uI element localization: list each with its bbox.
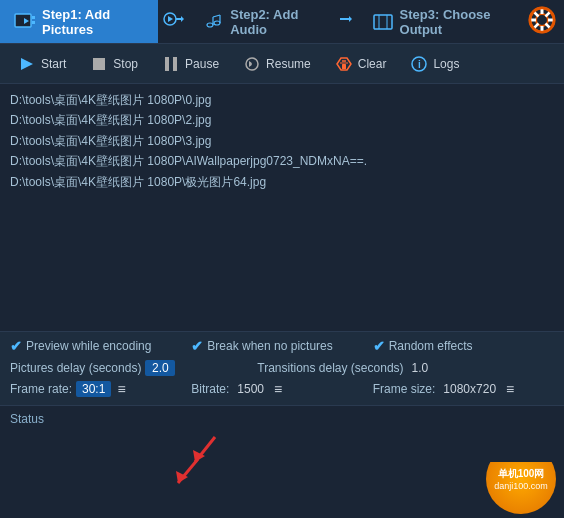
svg-line-38: [178, 459, 198, 483]
svg-rect-15: [374, 15, 392, 29]
red-arrow-1: [185, 432, 225, 475]
svg-rect-26: [93, 58, 105, 70]
svg-marker-7: [181, 16, 184, 22]
clear-button[interactable]: Clear: [325, 51, 397, 77]
svg-marker-5: [168, 16, 173, 22]
pictures-delay-group: Pictures delay (seconds) 2.0: [10, 360, 257, 376]
svg-line-36: [195, 437, 215, 462]
frame-rate-group: Frame rate: 30:1 ≡: [10, 381, 191, 397]
stop-button[interactable]: Stop: [80, 51, 148, 77]
svg-marker-14: [349, 16, 352, 22]
settings-row-2: Frame rate: 30:1 ≡ Bitrate: 1500 ≡ Frame…: [10, 381, 554, 397]
bitrate-group: Bitrate: 1500 ≡: [191, 381, 372, 397]
frame-size-group: Frame size: 1080x720 ≡: [373, 381, 554, 397]
watermark-line2: danji100.com: [494, 481, 548, 491]
toolbar: Start Stop Pause Resume: [0, 44, 564, 84]
resume-icon: [243, 55, 261, 73]
start-button[interactable]: Start: [8, 51, 76, 77]
logs-button[interactable]: i Logs: [400, 51, 469, 77]
settings-row-1: Pictures delay (seconds) 2.0 Transitions…: [10, 360, 554, 376]
pictures-delay-value[interactable]: 2.0: [145, 360, 175, 376]
file-list: D:\tools\桌面\4K壁纸图片 1080P\0.jpg D:\tools\…: [0, 84, 564, 332]
bitrate-eq: ≡: [274, 381, 282, 397]
pause-icon: [162, 55, 180, 73]
step1-nav[interactable]: Step1: Add Pictures: [0, 0, 158, 43]
frame-size-eq: ≡: [506, 381, 514, 397]
frame-rate-label: Frame rate:: [10, 382, 72, 396]
help-icon[interactable]: [528, 6, 556, 37]
file-item-3[interactable]: D:\tools\桌面\4K壁纸图片 1080P\AIWallpaperjpg0…: [10, 151, 554, 171]
step3-icon: [372, 11, 394, 33]
frame-size-value[interactable]: 1080x720: [439, 381, 500, 397]
transitions-delay-group: Transitions delay (seconds) 1.0: [257, 360, 554, 376]
resume-button[interactable]: Resume: [233, 51, 321, 77]
step2-label: Step2: Add Audio: [230, 7, 319, 37]
file-item-0[interactable]: D:\tools\桌面\4K壁纸图片 1080P\0.jpg: [10, 90, 554, 110]
preview-label: Preview while encoding: [26, 339, 151, 353]
step1-label: Step1: Add Pictures: [42, 7, 144, 37]
svg-rect-31: [342, 64, 346, 69]
step1-icon: [14, 11, 36, 33]
frame-rate-value[interactable]: 30:1: [76, 381, 111, 397]
random-label: Random effects: [389, 339, 473, 353]
random-checkbox[interactable]: ✔ Random effects: [373, 338, 554, 354]
stop-label: Stop: [113, 57, 138, 71]
info-icon: i: [410, 55, 428, 73]
break-check-mark: ✔: [191, 338, 203, 354]
transitions-delay-label: Transitions delay (seconds): [257, 361, 403, 375]
watermark-line1: 单机100网: [494, 467, 548, 481]
red-arrow-2: [170, 455, 206, 494]
svg-rect-27: [165, 57, 169, 71]
step3-nav[interactable]: Step3: Choose Output: [358, 0, 528, 43]
bitrate-label: Bitrate:: [191, 382, 229, 396]
stop-icon: [90, 55, 108, 73]
svg-marker-25: [21, 58, 33, 70]
bottom-controls: ✔ Preview while encoding ✔ Break when no…: [0, 332, 564, 405]
frame-rate-eq: ≡: [117, 381, 125, 397]
svg-marker-39: [176, 471, 188, 483]
start-label: Start: [41, 57, 66, 71]
step2-icon: [202, 11, 224, 33]
pause-label: Pause: [185, 57, 219, 71]
clear-label: Clear: [358, 57, 387, 71]
bitrate-value[interactable]: 1500: [233, 381, 268, 397]
clear-icon: [335, 55, 353, 73]
svg-rect-2: [32, 16, 35, 19]
svg-rect-0: [15, 14, 31, 27]
checkboxes-row: ✔ Preview while encoding ✔ Break when no…: [10, 338, 554, 354]
nav-arrow1: [162, 8, 184, 35]
svg-point-9: [214, 21, 220, 25]
play-icon: [18, 55, 36, 73]
pause-button[interactable]: Pause: [152, 51, 229, 77]
random-check-mark: ✔: [373, 338, 385, 354]
break-checkbox[interactable]: ✔ Break when no pictures: [191, 338, 372, 354]
svg-text:i: i: [418, 59, 421, 70]
svg-rect-3: [32, 21, 35, 24]
preview-checkbox[interactable]: ✔ Preview while encoding: [10, 338, 191, 354]
svg-marker-37: [193, 450, 205, 462]
svg-point-8: [207, 23, 213, 27]
preview-check-mark: ✔: [10, 338, 22, 354]
logs-label: Logs: [433, 57, 459, 71]
break-label: Break when no pictures: [207, 339, 332, 353]
transitions-delay-value[interactable]: 1.0: [408, 360, 438, 376]
pictures-delay-label: Pictures delay (seconds): [10, 361, 141, 375]
svg-rect-28: [173, 57, 177, 71]
status-label: Status: [10, 412, 44, 426]
status-bar: Status: [0, 405, 564, 431]
step3-label: Step3: Choose Output: [400, 7, 514, 37]
frame-size-label: Frame size:: [373, 382, 436, 396]
file-item-2[interactable]: D:\tools\桌面\4K壁纸图片 1080P\3.jpg: [10, 131, 554, 151]
watermark-area: 单机100网 danji100.com: [414, 462, 564, 518]
file-item-4[interactable]: D:\tools\桌面\4K壁纸图片 1080P\极光图片64.jpg: [10, 172, 554, 192]
step2-nav[interactable]: Step2: Add Audio: [188, 0, 333, 43]
svg-line-12: [213, 15, 220, 17]
nav-arrow2: [338, 11, 354, 32]
top-nav: Step1: Add Pictures Step2: Add Audio: [0, 0, 564, 44]
resume-label: Resume: [266, 57, 311, 71]
file-item-1[interactable]: D:\tools\桌面\4K壁纸图片 1080P\2.jpg: [10, 110, 554, 130]
